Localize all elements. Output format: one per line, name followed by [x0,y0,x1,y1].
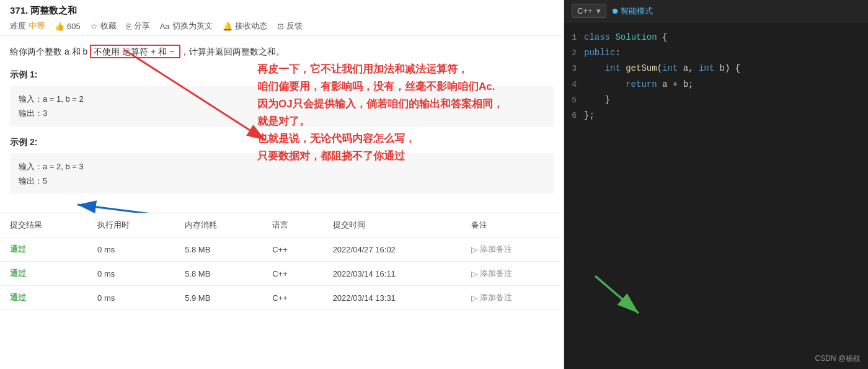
line-number: 4 [564,78,584,92]
code-line: 6}; [564,108,868,123]
time-cell: 0 ms [87,238,175,262]
thumbup-icon: 👍 [55,22,64,31]
likes-item: 👍 605 [55,22,81,31]
status-cell[interactable]: 通过 [0,262,87,286]
left-panel: 371. 两整数之和 难度 中等 👍 605 ☆ 收藏 ⎘ 分享 Aa 切换为英… [0,0,564,369]
line-number: 3 [564,61,584,76]
code-editor[interactable]: 1class Solution {2public:3 int getSum(in… [564,22,868,369]
col-time: 执行用时 [87,213,175,238]
lang-cell: C++ [262,286,322,310]
time-cell: 0 ms [87,262,175,286]
lang-label: C++ [577,6,593,16]
table-header-row: 提交结果 执行用时 内存消耗 语言 提交时间 备注 [0,213,564,238]
ai-mode-badge: 智能模式 [613,6,653,17]
memory-cell: 5.8 MB [175,262,262,286]
editor-toolbar: C++ ▾ 智能模式 [564,0,868,22]
submission-section: 提交结果 执行用时 内存消耗 语言 提交时间 备注 通过 0 ms 5.8 MB… [0,213,564,310]
table-row: 通过 0 ms 5.8 MB C++ 2022/03/14 16:11 ▷ 添加… [0,262,564,286]
line-number: 6 [564,109,584,123]
line-number: 1 [564,30,584,45]
time-cell: 0 ms [87,286,175,310]
code-text: int getSum(int a, int b) { [584,61,740,76]
line-number: 2 [564,46,584,60]
line-number: 5 [564,93,584,107]
code-line: 3 int getSum(int a, int b) { [564,61,868,76]
share-icon: ⎘ [126,22,131,31]
col-memory: 内存消耗 [175,213,262,238]
play-icon: ▷ [471,293,477,303]
memory-cell: 5.8 MB [175,238,262,262]
annotation-text: 再皮一下，它不让我们用加法和减法运算符， 咱们偏要用，有影响吗，没有，丝毫不影响… [257,61,536,165]
code-line: 5 } [564,92,868,108]
problem-title: 371. 两整数之和 [10,5,554,17]
difficulty-label: 难度 中等 [10,20,45,32]
code-line: 2public: [564,45,868,61]
svg-line-3 [78,205,265,213]
table-row: 通过 0 ms 5.9 MB C++ 2022/03/14 13:31 ▷ 添加… [0,286,564,310]
code-text: public: [584,45,621,61]
play-icon: ▷ [471,269,477,278]
switch-lang-button[interactable]: Aa 切换为英文 [160,20,213,32]
csdn-watermark: CSDN @杨枝 [815,353,861,364]
star-icon: ☆ [91,22,98,31]
col-submitted: 提交时间 [323,213,462,238]
feedback-button[interactable]: ⊡ 反馈 [277,20,303,32]
submitted-cell: 2022/04/27 16:02 [323,238,462,262]
difficulty-value: 中等 [29,20,45,32]
notify-button[interactable]: 🔔 接收动态 [223,20,267,32]
translate-icon: Aa [160,22,170,31]
note-cell[interactable]: ▷ 添加备注 [461,262,564,286]
chevron-down-icon: ▾ [596,6,601,16]
play-icon: ▷ [471,245,477,254]
problem-header: 371. 两整数之和 难度 中等 👍 605 ☆ 收藏 ⎘ 分享 Aa 切换为英… [0,0,564,36]
submitted-cell: 2022/03/14 13:31 [323,286,462,310]
submitted-cell: 2022/03/14 16:11 [323,262,462,286]
col-note: 备注 [461,213,564,238]
feedback-icon: ⊡ [277,22,284,31]
status-cell[interactable]: 通过 [0,238,87,262]
code-text: }; [584,108,595,123]
problem-description: 给你两个整数 a 和 b 不使用 运算符 + 和 − ，计算并返回两整数之和。 [10,45,554,60]
bell-icon: 🔔 [223,22,232,31]
col-status: 提交结果 [0,213,87,238]
table-row: 通过 0 ms 5.8 MB C++ 2022/04/27 16:02 ▷ 添加… [0,238,564,262]
right-panel: C++ ▾ 智能模式 1class Solution {2public:3 in… [564,0,868,369]
memory-cell: 5.9 MB [175,286,262,310]
share-button[interactable]: ⎘ 分享 [126,20,150,32]
submission-table: 提交结果 执行用时 内存消耗 语言 提交时间 备注 通过 0 ms 5.8 MB… [0,213,564,310]
problem-body: 给你两个整数 a 和 b 不使用 运算符 + 和 − ，计算并返回两整数之和。 … [0,36,564,213]
code-text: } [584,92,610,108]
code-line: 4 return a + b; [564,77,868,92]
col-lang: 语言 [262,213,322,238]
code-text: return a + b; [584,77,693,92]
note-cell[interactable]: ▷ 添加备注 [461,286,564,310]
collect-button[interactable]: ☆ 收藏 [91,20,117,32]
ai-dot-icon [613,9,618,14]
status-cell[interactable]: 通过 [0,286,87,310]
lang-cell: C++ [262,238,322,262]
code-line: 1class Solution { [564,30,868,45]
note-cell[interactable]: ▷ 添加备注 [461,238,564,262]
language-selector[interactable]: C++ ▾ [572,4,606,18]
problem-meta: 难度 中等 👍 605 ☆ 收藏 ⎘ 分享 Aa 切换为英文 🔔 接收动态 [10,20,554,32]
no-operator-highlight: 不使用 运算符 + 和 − [90,45,180,58]
code-text: class Solution { [584,30,667,45]
lang-cell: C++ [262,262,322,286]
